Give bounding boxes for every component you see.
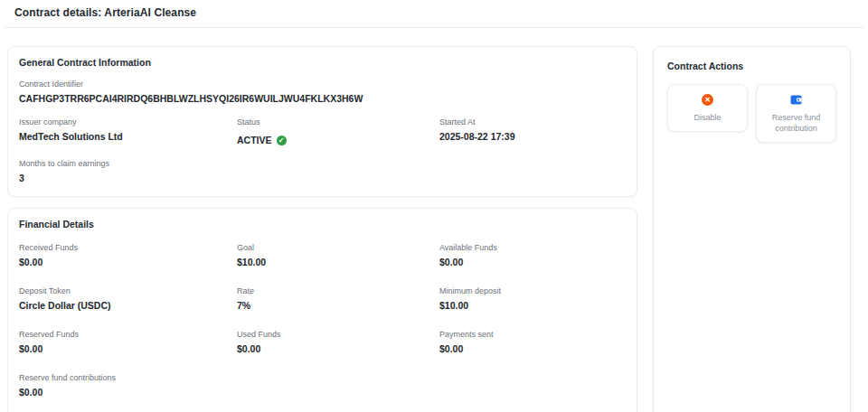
rate-label: Rate (237, 286, 439, 295)
field-status: Status ACTIVE ✓ (237, 117, 439, 147)
reserve-fund-contribution-button[interactable]: Reserve fund contribution (756, 84, 836, 143)
field-goal: Goal $10.00 (237, 243, 439, 267)
field-minimum-deposit: Minimum deposit $10.00 (439, 286, 626, 311)
started-at-value: 2025-08-22 17:39 (439, 131, 626, 142)
issuer-company-value: MedTech Solutions Ltd (19, 131, 237, 142)
reserve-fund-contribution-label: Reserve fund contribution (762, 112, 830, 134)
disable-button-label: Disable (693, 112, 721, 123)
reserved-funds-label: Reserved Funds (19, 330, 237, 339)
months-to-claim-label: Months to claim earnings (19, 159, 626, 168)
contract-actions-panel: Contract Actions ✕ Disable (653, 46, 851, 412)
field-reserve-fund-contributions: Reserve fund contributions $0.00 (19, 373, 626, 398)
field-rate: Rate 7% (237, 286, 439, 311)
payments-sent-label: Payments sent (439, 330, 626, 339)
deposit-token-label: Deposit Token (19, 286, 237, 295)
disable-button[interactable]: ✕ Disable (667, 84, 748, 132)
general-info-grid: Issuer company MedTech Solutions Ltd Sta… (19, 117, 626, 147)
deposit-token-value: Circle Dollar (USDC) (19, 300, 237, 311)
goal-label: Goal (237, 243, 439, 252)
minimum-deposit-label: Minimum deposit (439, 286, 626, 295)
status-label: Status (237, 117, 439, 126)
field-received-funds: Received Funds $0.00 (19, 243, 237, 267)
field-payments-sent: Payments sent $0.00 (439, 330, 626, 354)
reserved-funds-value: $0.00 (19, 343, 237, 354)
page-header: Contract details: ArteriaAI Cleanse (0, 0, 868, 19)
content: General Contract Information Contract Id… (0, 28, 868, 412)
field-issuer-company: Issuer company MedTech Solutions Ltd (19, 117, 237, 147)
financial-grid: Received Funds $0.00 Goal $10.00 Availab… (19, 243, 626, 354)
available-funds-value: $0.00 (439, 257, 626, 267)
received-funds-label: Received Funds (19, 243, 237, 252)
status-text: ACTIVE (237, 135, 272, 145)
used-funds-label: Used Funds (237, 330, 439, 339)
field-contract-identifier: Contract Identifier CAFHGP3TRR6PCAI4RIRD… (19, 80, 626, 104)
contract-identifier-label: Contract Identifier (19, 80, 626, 89)
reserve-fund-contributions-label: Reserve fund contributions (19, 373, 626, 382)
minimum-deposit-value: $10.00 (439, 300, 626, 311)
page-title: Contract details: ArteriaAI Cleanse (14, 6, 854, 19)
payments-sent-value: $0.00 (439, 343, 626, 354)
goal-value: $10.00 (237, 257, 439, 267)
field-deposit-token: Deposit Token Circle Dollar (USDC) (19, 286, 237, 311)
right-column: Contract Actions ✕ Disable (653, 46, 851, 412)
left-column: General Contract Information Contract Id… (7, 46, 637, 412)
contract-actions-heading: Contract Actions (667, 61, 836, 71)
started-at-label: Started At (439, 117, 626, 126)
issuer-company-label: Issuer company (19, 117, 237, 126)
available-funds-label: Available Funds (439, 243, 626, 252)
field-used-funds: Used Funds $0.00 (237, 330, 439, 354)
contract-identifier-value: CAFHGP3TRR6PCAI4RIRDQ6BHBLWZLHSYQI26IR6W… (19, 93, 626, 104)
general-contract-information-card: General Contract Information Contract Id… (7, 46, 637, 197)
field-started-at: Started At 2025-08-22 17:39 (439, 117, 626, 147)
reserve-fund-contributions-value: $0.00 (19, 387, 626, 398)
contract-details-page: Contract details: ArteriaAI Cleanse Gene… (0, 0, 868, 412)
field-months-to-claim-earnings: Months to claim earnings 3 (19, 159, 626, 183)
received-funds-value: $0.00 (19, 257, 237, 267)
wallet-icon (790, 94, 802, 106)
check-circle-icon: ✓ (277, 136, 287, 145)
general-info-heading: General Contract Information (19, 57, 626, 68)
financial-details-heading: Financial Details (19, 219, 626, 229)
months-to-claim-value: 3 (19, 173, 626, 183)
cancel-icon: ✕ (702, 94, 713, 106)
status-value: ACTIVE ✓ (237, 135, 287, 145)
field-available-funds: Available Funds $0.00 (439, 243, 626, 267)
rate-value: 7% (237, 300, 439, 311)
actions-row: ✕ Disable Reserve fund contribution (667, 84, 836, 143)
financial-details-card: Financial Details Received Funds $0.00 G… (7, 208, 637, 412)
field-reserved-funds: Reserved Funds $0.00 (19, 330, 237, 354)
used-funds-value: $0.00 (237, 343, 439, 354)
